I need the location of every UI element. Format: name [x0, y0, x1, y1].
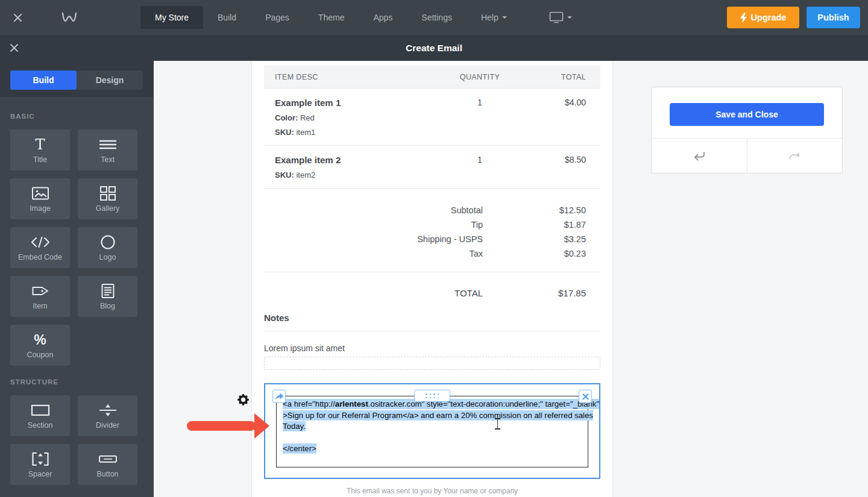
- embed-code-editor[interactable]: <a href="http://arlentest.ositracker.com…: [276, 396, 588, 467]
- percent-icon: %: [34, 333, 46, 347]
- monitor-icon: [549, 11, 564, 23]
- tile-section[interactable]: Section: [10, 395, 70, 436]
- tile-logo[interactable]: Logo: [78, 227, 137, 268]
- tab-build[interactable]: Build: [10, 70, 77, 90]
- nav-item-help[interactable]: Help: [467, 0, 521, 35]
- tile-coupon[interactable]: % Coupon: [10, 325, 70, 366]
- create-email-bar: Create Email: [0, 35, 868, 61]
- tile-spacer[interactable]: Spacer: [10, 444, 70, 485]
- element-sidebar: Build Design BASIC T Title Text: [0, 61, 154, 497]
- nav-item-build[interactable]: Build: [203, 0, 251, 35]
- close-editor-icon[interactable]: [13, 13, 22, 22]
- text-lines-icon: [98, 136, 118, 153]
- device-preview-dropdown[interactable]: [538, 11, 583, 23]
- red-pointer-arrow: [187, 413, 269, 439]
- notes-divider: [264, 331, 600, 331]
- weebly-logo-icon[interactable]: [61, 10, 78, 25]
- email-canvas: ITEM DESC QUANTITY TOTAL Example item 1 …: [251, 61, 613, 497]
- structure-tile-grid: Section Divider Spacer: [10, 395, 143, 485]
- chevron-down-icon: [567, 16, 572, 21]
- button-pill-icon: [98, 451, 118, 467]
- undo-icon: [691, 149, 707, 163]
- main-menu: My Store Build Pages Theme Apps Settings…: [140, 0, 583, 35]
- element-panel: BASIC T Title Text Image: [0, 97, 154, 485]
- item-total: $4.00: [522, 98, 600, 137]
- code-line-4: </center>: [283, 443, 582, 455]
- logo-circle-icon: [100, 234, 116, 251]
- tile-divider[interactable]: Divider: [78, 395, 137, 436]
- nav-item-theme[interactable]: Theme: [304, 0, 359, 35]
- delete-element-button[interactable]: [579, 390, 592, 403]
- tab-design[interactable]: Design: [77, 70, 143, 90]
- totals-block: Subtotal$12.50 Tip$1.87 Shipping - USPS$…: [264, 203, 600, 261]
- structure-section-label: STRUCTURE: [10, 378, 143, 386]
- drag-handle[interactable]: [414, 390, 450, 402]
- grand-total-value: $17.85: [483, 288, 600, 298]
- spacer-icon: [31, 451, 50, 467]
- nav-item-apps[interactable]: Apps: [359, 0, 407, 35]
- drag-dots-icon: [426, 393, 439, 398]
- order-table: ITEM DESC QUANTITY TOTAL Example item 1 …: [264, 66, 600, 189]
- item-name: Example item 1: [275, 98, 438, 108]
- tile-blog[interactable]: Blog: [78, 276, 137, 317]
- empty-drop-zone[interactable]: [264, 357, 600, 370]
- item-attr-sku: SKU: item1: [275, 128, 438, 137]
- col-header-total: TOTAL: [522, 73, 600, 81]
- close-create-email-icon[interactable]: [10, 43, 19, 52]
- tile-text[interactable]: Text: [78, 130, 137, 170]
- total-line-shipping: Shipping - USPS$3.25: [264, 232, 600, 246]
- code-line-3: Today.: [283, 421, 582, 433]
- total-line-subtotal: Subtotal$12.50: [264, 203, 600, 217]
- total-line-tax: Tax$0.23: [264, 246, 600, 261]
- settings-gear-icon[interactable]: [237, 393, 250, 408]
- close-icon: [582, 393, 589, 400]
- selected-embed-section[interactable]: <a href="http://arlentest.ositracker.com…: [264, 383, 600, 479]
- forward-arrow-icon: [275, 393, 284, 401]
- undo-redo-row: [652, 138, 842, 173]
- publish-label: Publish: [817, 13, 849, 22]
- move-element-button[interactable]: [272, 390, 286, 403]
- nav-item-my-store[interactable]: My Store: [140, 6, 203, 29]
- upgrade-button[interactable]: Upgrade: [727, 7, 799, 28]
- tile-title[interactable]: T Title: [10, 130, 70, 170]
- tile-button[interactable]: Button: [78, 444, 137, 485]
- item-attr-sku: SKU: item2: [275, 170, 438, 180]
- col-header-item-desc: ITEM DESC: [264, 73, 438, 81]
- code-brackets-icon: [30, 234, 51, 251]
- item-attr-color: Color: Red: [275, 113, 438, 122]
- notes-heading: Notes: [264, 313, 600, 323]
- total-line-tip: Tip$1.87: [264, 217, 600, 232]
- chevron-down-icon: [502, 16, 507, 21]
- tile-embed-code[interactable]: Embed Code: [10, 227, 70, 268]
- save-and-close-button[interactable]: Save and Close: [670, 103, 824, 126]
- save-panel: Save and Close: [651, 87, 843, 173]
- code-line-blank: [283, 433, 582, 444]
- grand-total-label: TOTAL: [264, 288, 483, 298]
- redo-icon: [787, 149, 802, 163]
- basic-section-label: BASIC: [10, 113, 143, 120]
- tile-gallery[interactable]: Gallery: [78, 178, 137, 219]
- tile-image[interactable]: Image: [10, 178, 70, 219]
- section-rect-icon: [31, 402, 50, 419]
- undo-button[interactable]: [652, 139, 747, 173]
- code-line-2: >Sign up for our Referral Program</a> an…: [283, 410, 582, 422]
- publish-button[interactable]: Publish: [807, 7, 860, 28]
- tile-item[interactable]: Item: [10, 276, 70, 317]
- nav-item-settings[interactable]: Settings: [407, 0, 467, 35]
- col-header-quantity: QUANTITY: [438, 73, 522, 81]
- item-qty: 1: [438, 155, 522, 180]
- lightning-bolt-icon: [740, 13, 747, 23]
- nav-item-pages[interactable]: Pages: [251, 0, 304, 35]
- basic-tile-grid: T Title Text Image: [10, 130, 143, 366]
- notes-body-text: Lorem ipsum sit amet: [264, 343, 600, 353]
- redo-button[interactable]: [747, 139, 843, 173]
- item-qty: 1: [438, 98, 522, 137]
- price-tag-icon: [31, 283, 50, 299]
- image-icon: [31, 185, 49, 202]
- upgrade-label: Upgrade: [751, 13, 787, 22]
- item-name: Example item 2: [275, 155, 438, 165]
- page-title: Create Email: [0, 43, 868, 54]
- email-footer-text: This email was sent to you by Your name …: [264, 487, 600, 495]
- sidebar-tabs: Build Design: [0, 61, 154, 97]
- grand-total-row: TOTAL $17.85: [264, 272, 600, 298]
